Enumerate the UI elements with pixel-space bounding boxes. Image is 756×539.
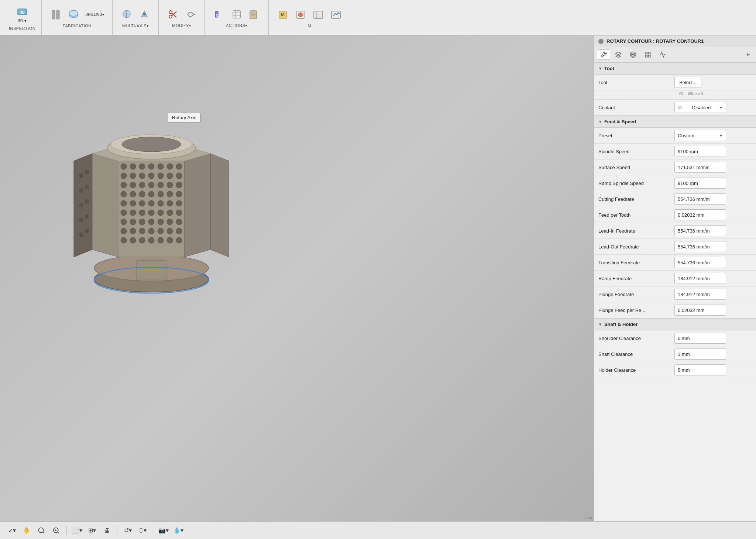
panel-tab-layers[interactable] <box>612 49 625 60</box>
svg-point-79 <box>139 200 145 206</box>
toolbar-btn-actions1[interactable]: G1 G2 <box>211 7 227 22</box>
value-container-spindle_speed: 9100 rpm <box>671 144 756 159</box>
svg-point-118 <box>79 218 83 222</box>
bottom-grid-icon[interactable]: ⊞▾ <box>86 525 98 536</box>
value-lead_out_feedrate[interactable]: 554.736 mm/m <box>674 241 726 252</box>
toolbar-section-actions: G1 G2 ACTIONS <box>205 0 269 35</box>
svg-point-97 <box>176 219 182 225</box>
svg-marker-44 <box>185 154 210 257</box>
value-spindle_speed[interactable]: 9100 rpm <box>674 146 726 157</box>
select-preset[interactable]: Custom▼ <box>674 130 726 141</box>
value-transition_feedrate[interactable]: 554.736 mm/m <box>674 257 726 268</box>
svg-point-59 <box>148 173 154 179</box>
panel-tab-expand[interactable]: ▸ <box>744 49 753 58</box>
svg-point-88 <box>158 210 164 216</box>
feed-speed-row-lead_in_feedrate: Lead-In Feedrate554.736 mm/m <box>594 223 756 239</box>
value-feed_per_tooth[interactable]: 0.02032 mm <box>674 209 726 220</box>
svg-point-110 <box>167 237 173 243</box>
label-ramp_spindle_speed: Ramp Spindle Speed <box>594 178 671 189</box>
value-cutting_feedrate[interactable]: 554.736 mm/m <box>674 193 726 205</box>
svg-point-121 <box>85 229 89 233</box>
feed-speed-row-ramp_feedrate: Ramp Feedrate184.912 mm/m <box>594 271 756 286</box>
toolbar-section-modify: MODIFY▾ <box>159 0 205 35</box>
unit-indicator: mm <box>585 515 592 520</box>
value-container-cutting_feedrate: 554.736 mm/m <box>671 191 756 207</box>
toolbar-btn-3d[interactable]: 3D 3D ▾ <box>14 4 30 25</box>
toolbar-btn-m1[interactable]: M <box>275 7 291 22</box>
svg-point-73 <box>148 191 154 197</box>
feed-speed-row-plunge_feedrate: Plunge Feedrate184.912 mm/m <box>594 286 756 302</box>
bottom-toolbar: ↙▾ ✋ ⬜▾ ⊞▾ 🖨 ↺▾ ⬡▾ 📷▾ 💧▾ <box>0 521 756 539</box>
label-lead_out_feedrate: Lead-Out Feedrate <box>594 241 671 253</box>
shaft-holder-rows: Shoulder Clearance0 mmShaft Clearance1 m… <box>594 330 756 378</box>
panel-tab-chart[interactable] <box>656 49 669 60</box>
panel-header: ROTARY CONTOUR : ROTARY CONTOUR1 <box>594 35 756 47</box>
panel-tabs: ▸ <box>594 47 756 62</box>
value-ramp_spindle_speed[interactable]: 9100 rpm <box>674 178 726 189</box>
svg-point-102 <box>158 228 164 234</box>
bottom-pan-icon[interactable]: ✋ <box>21 525 32 536</box>
panel-header-dot <box>598 39 604 44</box>
value-container-feed_per_tooth: 0.02032 mm <box>671 207 756 223</box>
toolbar-btn-drilling[interactable]: DRILLING▾ <box>83 11 106 18</box>
toolbar-btn-actions3[interactable] <box>246 7 262 22</box>
bottom-rotate-icon[interactable]: ↺▾ <box>122 525 134 536</box>
bottom-zoom-icon[interactable] <box>35 525 47 536</box>
bottom-display-icon[interactable]: ⬜▾ <box>71 525 83 536</box>
toolbar-btn-multiaxis1[interactable] <box>118 7 135 21</box>
coolant-label: Coolant <box>594 102 671 113</box>
coolant-select[interactable]: ⊘ Disabled ▼ <box>674 102 726 113</box>
value-lead_in_feedrate[interactable]: 554.736 mm/m <box>674 225 726 236</box>
svg-point-90 <box>176 210 182 216</box>
svg-point-55 <box>176 164 182 169</box>
toolbar-btn-m4[interactable] <box>328 7 344 22</box>
toolbar-btn-fabrication2[interactable] <box>65 7 82 22</box>
bottom-nav-icon[interactable]: ↙▾ <box>6 525 18 536</box>
value-container-plunge_feed_per_rev: 0.02032 mm <box>671 302 756 318</box>
svg-point-113 <box>85 170 89 174</box>
svg-line-134 <box>58 532 59 533</box>
toolbar-btn-fabrication1[interactable] <box>48 7 64 22</box>
tool-label: Tool <box>594 77 671 88</box>
tool-select-button[interactable]: Select... <box>674 77 701 88</box>
value-container-ramp_feedrate: 184.912 mm/m <box>671 271 756 286</box>
bottom-zoom2-icon[interactable] <box>50 525 62 536</box>
label-holder_clearance: Holder Clearance <box>594 364 671 376</box>
toolbar-btn-m2[interactable] <box>292 7 309 22</box>
svg-point-81 <box>158 200 164 206</box>
label-shaft_clearance: Shaft Clearance <box>594 349 671 360</box>
toolbar-btn-actions2[interactable] <box>228 7 245 22</box>
toolbar-btn-multiaxis2[interactable] <box>136 7 152 21</box>
value-holder_clearance[interactable]: 5 mm <box>674 364 726 375</box>
panel-tab-grid[interactable] <box>641 49 654 60</box>
viewport[interactable]: Rotary Axis <box>0 35 594 521</box>
bottom-camera-icon[interactable]: 📷▾ <box>158 525 169 536</box>
value-plunge_feedrate[interactable]: 184.912 mm/m <box>674 289 726 300</box>
panel-tab-target[interactable] <box>626 49 640 60</box>
bottom-light-icon[interactable]: 💧▾ <box>172 525 184 536</box>
value-plunge_feed_per_rev[interactable]: 0.02032 mm <box>674 305 726 316</box>
value-container-holder_clearance: 5 mm <box>671 362 756 378</box>
bottom-divider1 <box>66 526 67 535</box>
bottom-print-icon[interactable]: 🖨 <box>101 525 113 536</box>
toolbar-btn-modify2[interactable] <box>182 7 199 22</box>
toolbar-btn-scissors[interactable] <box>165 7 181 22</box>
value-ramp_feedrate[interactable]: 184.912 mm/m <box>674 273 726 284</box>
svg-point-85 <box>130 210 136 216</box>
panel-tab-wrench[interactable] <box>597 49 610 60</box>
section-feedspeed-header[interactable]: ▼ Feed & Speed <box>594 116 756 128</box>
svg-line-15 <box>193 14 195 15</box>
bottom-shape-icon[interactable]: ⬡▾ <box>137 525 148 536</box>
svg-point-78 <box>130 200 136 206</box>
label-spindle_speed: Spindle Speed <box>594 146 671 157</box>
value-shaft_clearance[interactable]: 1 mm <box>674 349 726 360</box>
svg-point-51 <box>139 164 145 169</box>
value-shoulder_clearance[interactable]: 0 mm <box>674 333 726 344</box>
section-tool-triangle: ▼ <box>598 66 602 71</box>
svg-text:G2: G2 <box>216 16 219 18</box>
value-surface_speed[interactable]: 171.531 m/min <box>674 162 726 173</box>
toolbar-btn-m3[interactable] <box>310 7 326 22</box>
section-shaft-header[interactable]: ▼ Shaft & Holder <box>594 318 756 330</box>
section-tool-header[interactable]: ▼ Tool <box>594 62 756 75</box>
svg-point-80 <box>148 200 154 206</box>
